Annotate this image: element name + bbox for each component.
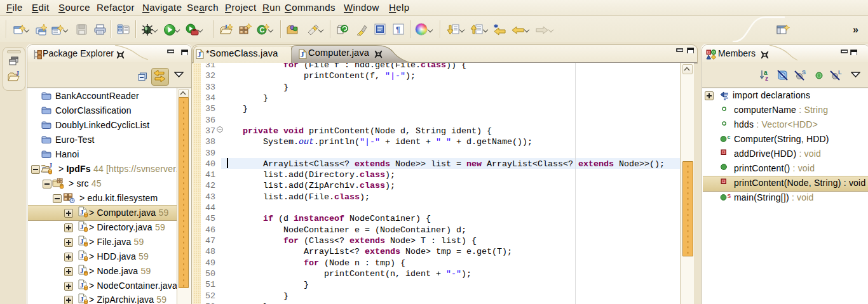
svg-text:c: c [728, 135, 731, 140]
svg-text:¶: ¶ [396, 25, 400, 34]
svg-text:J: J [224, 23, 227, 30]
svg-text:J: J [16, 70, 19, 77]
svg-text:z: z [765, 75, 768, 81]
svg-text:S: S [728, 193, 731, 199]
svg-text:J: J [49, 162, 52, 169]
svg-text:L: L [838, 69, 842, 76]
svg-text:S: S [802, 69, 806, 76]
